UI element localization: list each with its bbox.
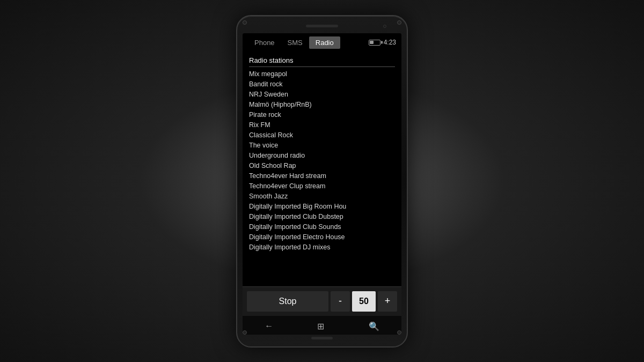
stop-button[interactable]: Stop <box>247 291 328 312</box>
battery-icon <box>369 40 380 46</box>
volume-plus-button[interactable]: + <box>378 291 397 312</box>
volume-minus-button[interactable]: - <box>331 291 350 312</box>
station-item[interactable]: Rix FM <box>249 120 395 130</box>
bottom-controls: Stop - 50 + <box>243 286 401 316</box>
station-item[interactable]: Digitally Imported Big Room Hou <box>249 202 395 212</box>
screw-bottom-right <box>397 330 401 335</box>
screw-bottom-left <box>243 330 247 335</box>
phone-top-bar <box>241 21 402 31</box>
phone-device: Phone SMS Radio 4:23 Radio stations Mix … <box>236 15 408 348</box>
phone-bottom-bar <box>311 335 333 342</box>
tab-radio[interactable]: Radio <box>309 36 340 49</box>
physical-home-button <box>311 337 333 339</box>
station-item[interactable]: Digitally Imported Club Sounds <box>249 222 395 232</box>
station-item[interactable]: Classical Rock <box>249 130 395 141</box>
station-item[interactable]: Bandit rock <box>249 79 395 90</box>
station-item[interactable]: The voice <box>249 141 395 151</box>
bottom-screws <box>237 330 407 335</box>
status-bar: Phone SMS Radio 4:23 <box>243 33 401 52</box>
station-item[interactable]: NRJ Sweden <box>249 90 395 100</box>
section-title: Radio stations <box>249 56 395 67</box>
clock-display: 4:23 <box>384 39 396 46</box>
phone-screen: Phone SMS Radio 4:23 Radio stations Mix … <box>243 33 401 335</box>
station-item[interactable]: Techno4ever Clup stream <box>249 181 395 191</box>
tab-sms[interactable]: SMS <box>281 36 309 49</box>
battery-fill <box>370 41 374 44</box>
station-item[interactable]: Pirate rock <box>249 110 395 120</box>
station-item[interactable]: Digitally Imported DJ mixes <box>249 242 395 253</box>
station-item[interactable]: Digitally Imported Electro House <box>249 232 395 242</box>
screen-content: Radio stations Mix megapolBandit rockNRJ… <box>243 52 401 286</box>
station-item[interactable]: Smooth Jazz <box>249 191 395 202</box>
station-item[interactable]: Techno4ever Hard stream <box>249 171 395 181</box>
speaker <box>306 25 338 27</box>
camera <box>383 25 386 28</box>
station-item[interactable]: Mix megapol <box>249 69 395 79</box>
station-item[interactable]: Underground radio <box>249 151 395 161</box>
station-item[interactable]: Malmö (Hiphop/RnB) <box>249 100 395 110</box>
tab-phone[interactable]: Phone <box>248 36 281 49</box>
volume-display: 50 <box>352 291 376 312</box>
station-list: Mix megapolBandit rockNRJ SwedenMalmö (H… <box>249 69 395 253</box>
battery-time-area: 4:23 <box>369 39 396 46</box>
station-item[interactable]: Old School Rap <box>249 161 395 171</box>
station-item[interactable]: Digitally Imported Club Dubstep <box>249 212 395 222</box>
